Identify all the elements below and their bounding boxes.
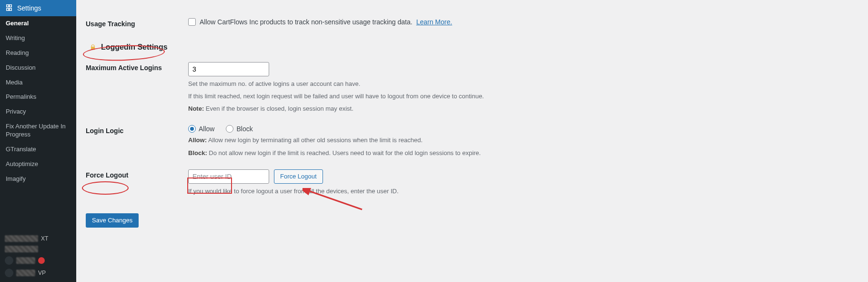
sidebar-obscured-suffix: VP [38,270,46,276]
note-text: Even if the browser is closed, login ses… [204,105,353,112]
row-usage-tracking: Usage Tracking Allow CartFlows Inc produ… [86,0,858,31]
sidebar-item-imagify[interactable]: Imagify [0,172,76,187]
sidebar-section-settings[interactable]: Settings [0,0,76,16]
allow-text: Allow new login by terminating all other… [207,136,423,144]
sidebar-item-gtranslate[interactable]: GTranslate [0,142,76,157]
sidebar-item-media[interactable]: Media [0,75,76,90]
svg-rect-3 [10,8,12,10]
svg-rect-2 [7,8,9,10]
radio-block-label: Block [236,125,252,133]
desc-allow: Allow: Allow new login by terminating al… [188,136,560,145]
radio-allow[interactable]: Allow [188,125,214,133]
section-title-text: Loggedin Settings [101,43,168,52]
block-label: Block: [188,149,207,157]
allow-label: Allow: [188,136,207,144]
learn-more-link[interactable]: Learn More. [416,18,452,26]
sidebar-item-reading[interactable]: Reading [0,46,76,61]
sidebar-item-fix-update[interactable]: Fix Another Update In Progress [0,119,76,142]
sidebar-obscured-item[interactable] [5,254,71,267]
sidebar-obscured-item[interactable]: VP [5,267,71,279]
radio-block-indicator[interactable] [226,125,233,133]
label-max-active-logins: Maximum Active Logins [86,62,188,72]
block-text: Do not allow new login if the limit is r… [207,149,481,157]
sidebar-item-general[interactable]: General [0,16,76,31]
row-max-active-logins: Maximum Active Logins Set the maximum no… [86,53,858,116]
svg-rect-0 [7,5,9,7]
usage-tracking-checkbox-label[interactable]: Allow CartFlows Inc products to track no… [188,18,560,26]
radio-allow-indicator[interactable] [188,125,196,133]
sidebar-item-discussion[interactable]: Discussion [0,61,76,75]
save-changes-button[interactable]: Save Changes [86,213,139,228]
sidebar-title: Settings [17,4,41,12]
label-force-logout: Force Logout [86,169,188,179]
desc-force-logout: If you would like to force logout a user… [188,187,560,196]
sidebar-obscured-item[interactable] [5,244,71,254]
sidebar-item-privacy[interactable]: Privacy [0,104,76,119]
checkbox-usage-tracking[interactable] [188,18,196,26]
lock-icon [89,43,97,52]
sidebar-item-autoptimize[interactable]: Autoptimize [0,157,76,172]
desc-max-logins-note: Note: Even if the browser is closed, log… [188,104,560,114]
row-login-logic: Login Logic Allow Block Allow: Allow new… [86,116,858,160]
desc-max-logins-2: If this limit reached, next login reques… [188,92,560,101]
sidebar-item-permalinks[interactable]: Permalinks [0,90,76,104]
usage-tracking-text: Allow CartFlows Inc products to track no… [200,18,413,26]
input-max-active-logins[interactable] [188,62,269,76]
force-logout-button[interactable]: Force Logout [274,169,323,184]
sidebar-obscured-suffix: XT [41,235,48,242]
section-loggedin-settings: Loggedin Settings [86,41,173,53]
svg-rect-1 [10,5,12,7]
plugin-icon [5,269,13,277]
radio-block[interactable]: Block [226,125,252,133]
sidebar-obscured-items: XT VP [0,230,76,282]
active-menu-arrow-icon [76,4,81,12]
settings-icon [5,3,17,13]
label-login-logic: Login Logic [86,125,188,135]
radio-allow-label: Allow [199,125,214,133]
sidebar-item-writing[interactable]: Writing [0,31,76,46]
input-user-id[interactable] [188,169,269,184]
desc-block: Block: Do not allow new login if the lim… [188,148,560,158]
sidebar-submenu: General Writing Reading Discussion Media… [0,16,76,187]
plugin-icon [5,256,13,265]
desc-max-logins-1: Set the maximum no. of active logins a u… [188,79,560,89]
notification-badge-icon [38,257,45,264]
note-label: Note: [188,105,204,112]
sidebar-obscured-item[interactable]: XT [5,233,71,244]
admin-sidebar: Settings General Writing Reading Discuss… [0,0,76,282]
row-force-logout: Force Logout Force Logout If you would l… [86,161,858,199]
label-usage-tracking: Usage Tracking [86,18,188,28]
settings-form: Usage Tracking Allow CartFlows Inc produ… [76,0,868,282]
